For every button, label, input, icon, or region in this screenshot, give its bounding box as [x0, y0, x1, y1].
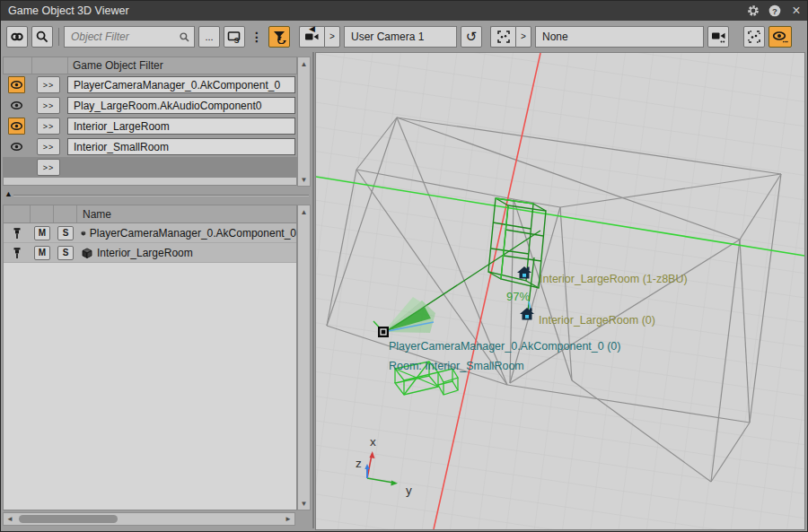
objects-table-hscrollbar[interactable]: ◄ ►	[3, 512, 295, 526]
show-names-button[interactable]: S	[224, 26, 245, 48]
listener-icon[interactable]	[378, 327, 389, 337]
help-button[interactable]: ?	[764, 1, 786, 21]
reset-icon: ↺	[466, 29, 478, 45]
settings-gear-icon[interactable]	[742, 1, 764, 21]
listener-label: PlayerCameraManager_0.AkComponent_0 (0)	[389, 340, 620, 353]
expand-row-button[interactable]: >>	[37, 97, 60, 114]
splitter-collapse-arrow[interactable]: ▲	[4, 189, 13, 198]
pin-icon[interactable]	[12, 247, 22, 259]
filter-object-name[interactable]: Interior_SmallRoom	[67, 138, 295, 155]
frame-all-icon	[747, 30, 761, 44]
filter-object-name[interactable]: PlayerCameraManager_0.AkComponent_0	[67, 76, 295, 93]
game-object-cube-icon	[81, 227, 86, 240]
filter-row: >> Interior_SmallRoom	[3, 136, 297, 157]
titlebar: Game Object 3D Viewer ? ×	[1, 1, 807, 21]
solo-button[interactable]: S	[57, 226, 74, 240]
eye-icon	[10, 100, 23, 110]
objects-table-name-header: Name	[77, 205, 296, 222]
follow-dropdown-arrow[interactable]: >	[515, 26, 531, 48]
link-icon	[10, 30, 24, 44]
scroll-down-arrow[interactable]: ▼	[298, 497, 310, 510]
expand-row-button[interactable]: >>	[37, 159, 60, 176]
header-solo-column	[54, 205, 77, 222]
header-mute-column	[31, 205, 54, 222]
filter-object-name[interactable]: Interior_LargeRoom	[67, 118, 295, 135]
filter-row: >> Play_LargeRoom.AkAudioComponent0	[3, 95, 297, 116]
options-kebab-button[interactable]: ⋮	[249, 26, 265, 48]
z-axis-label: z	[356, 457, 362, 470]
object-filter-input[interactable]	[64, 26, 195, 48]
follow-object-button[interactable]	[490, 26, 515, 48]
filter-table-header: Game Object Filter	[3, 57, 297, 74]
objects-table-scrollbar[interactable]: ▲ ▼	[297, 205, 311, 510]
toolbar-separator	[58, 28, 59, 46]
object-row[interactable]: M S Interior_LargeRoom	[4, 243, 296, 263]
close-button[interactable]: ×	[786, 1, 807, 21]
camera-dropdown-arrow[interactable]: >	[324, 26, 340, 48]
hscroll-thumb[interactable]	[19, 515, 118, 523]
eye-icon	[10, 80, 23, 90]
viewport-3d[interactable]: Interior_LargeRoom (1-z8BU) 97% Interior…	[315, 52, 805, 530]
objects-table-header: Name	[4, 205, 296, 223]
filter-row: >> PlayerCameraManager_0.AkComponent_0	[3, 74, 297, 95]
search-icon	[35, 30, 49, 44]
left-panel: Game Object Filter >> PlayerCameraManage…	[1, 52, 312, 528]
panel-splitter[interactable]: ▲	[1, 187, 312, 205]
solo-button[interactable]: S	[57, 246, 74, 260]
watch-toggle[interactable]	[8, 118, 25, 135]
expand-row-button[interactable]: >>	[37, 138, 60, 155]
svg-text:?: ?	[772, 6, 777, 16]
viewport-canvas: Interior_LargeRoom (1-z8BU) 97% Interior…	[316, 53, 804, 529]
follow-target-field[interactable]: None	[535, 26, 704, 48]
scroll-right-arrow[interactable]: ►	[282, 513, 294, 525]
emitter-label: Interior_LargeRoom (0)	[539, 314, 655, 327]
mute-button[interactable]: M	[34, 246, 50, 260]
frame-object-icon	[496, 30, 511, 44]
y-axis-label: y	[406, 484, 412, 497]
filter-table-scrollbar[interactable]: ▲ ▼	[297, 57, 311, 187]
scroll-down-arrow[interactable]: ▼	[298, 173, 310, 186]
filter-toggle-button[interactable]	[268, 26, 290, 48]
x-axis-label: x	[370, 435, 376, 449]
link-game-object-button[interactable]	[6, 26, 28, 48]
filter-empty-row: >>	[3, 157, 297, 178]
help-icon: ?	[768, 4, 781, 17]
pin-icon[interactable]	[12, 227, 22, 240]
watch-toggle[interactable]	[8, 138, 25, 155]
expand-row-button[interactable]: >>	[37, 118, 60, 135]
panel-collapse-arrow[interactable]: ◀	[309, 25, 315, 33]
scroll-up-arrow[interactable]: ▲	[298, 57, 310, 70]
eye-icon	[10, 121, 23, 131]
camera-select-group: >	[299, 26, 340, 48]
game-object-cube-icon	[81, 247, 93, 259]
watch-toggle[interactable]	[8, 76, 25, 93]
camera-name-field[interactable]: User Camera 1	[344, 26, 457, 48]
scroll-up-arrow[interactable]: ▲	[298, 205, 310, 218]
expand-row-button[interactable]: >>	[37, 76, 60, 93]
search-button[interactable]	[31, 26, 53, 48]
filter-row: >> Interior_LargeRoom	[3, 116, 297, 136]
scroll-left-arrow[interactable]: ◄	[4, 513, 16, 525]
object-name: PlayerCameraManager_0.AkComponent_0	[90, 227, 296, 240]
portal-label: Interior_LargeRoom (1-z8BU)	[540, 273, 688, 285]
panel-viewport-divider[interactable]	[312, 52, 314, 528]
splitter-ridge	[13, 195, 309, 196]
mute-button[interactable]: M	[34, 226, 50, 240]
reset-camera-button[interactable]: ↺	[461, 26, 482, 48]
funnel-icon	[272, 29, 287, 44]
more-filters-button[interactable]: ...	[198, 26, 220, 48]
object-name: Interior_LargeRoom	[97, 247, 193, 259]
filter-object-name[interactable]: Play_LargeRoom.AkAudioComponent0	[67, 97, 295, 114]
header-expand-column	[32, 57, 68, 74]
object-row[interactable]: M S PlayerCameraManager_0.AkComponent_0	[4, 223, 296, 243]
diffraction-percent-label: 97%	[506, 290, 530, 303]
camera-dots-icon	[711, 30, 726, 44]
watch-toggle[interactable]	[8, 97, 25, 114]
header-eye-column	[4, 57, 32, 74]
camera-options-button[interactable]	[707, 26, 729, 48]
grid-lines-vertical	[316, 53, 804, 529]
visibility-options-button[interactable]	[768, 26, 792, 48]
search-icon	[179, 31, 190, 43]
eye-icon	[772, 30, 788, 44]
frame-all-button[interactable]	[743, 26, 765, 48]
